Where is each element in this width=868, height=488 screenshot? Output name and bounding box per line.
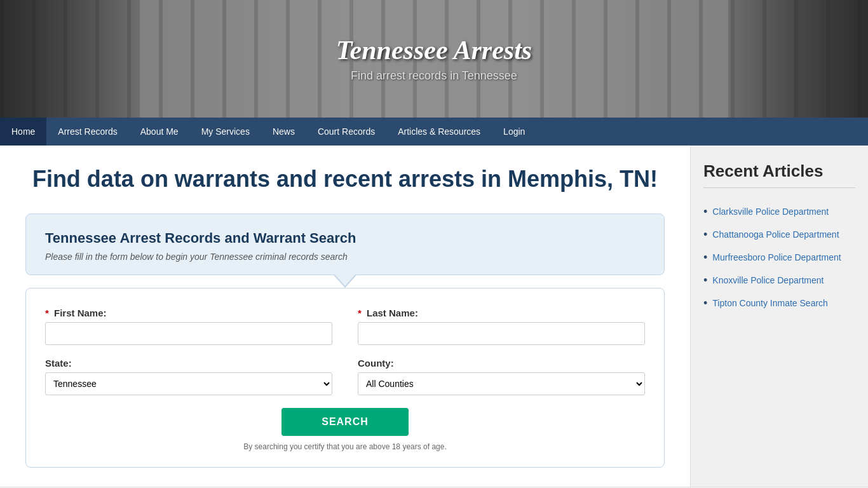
nav-item-arrest-records[interactable]: Arrest Records: [46, 118, 128, 146]
search-box-pointer: [334, 275, 356, 288]
nav-item-news[interactable]: News: [261, 118, 306, 146]
nav-item-services[interactable]: My Services: [190, 118, 261, 146]
last-name-group: * Last Name:: [358, 308, 645, 345]
site-title: Tennessee Arrests: [336, 35, 532, 65]
form-row-location: State: Tennessee County: All Counties: [45, 358, 645, 395]
list-item: • Tipton County Inmate Search: [703, 292, 855, 315]
search-box-title: Tennessee Arrest Records and Warrant Sea…: [45, 230, 645, 247]
main-navigation: Home Arrest Records About Me My Services…: [0, 118, 868, 146]
county-group: County: All Counties: [358, 358, 645, 395]
list-item: • Murfreesboro Police Department: [703, 247, 855, 269]
bullet-icon: •: [703, 228, 707, 241]
nav-item-about-me[interactable]: About Me: [129, 118, 190, 146]
first-name-input[interactable]: [45, 322, 332, 345]
hero-content: Tennessee Arrests Find arrest records in…: [336, 35, 532, 83]
bullet-icon: •: [703, 251, 707, 264]
state-select[interactable]: Tennessee: [45, 372, 332, 395]
search-form-area: * First Name: * Last Name: State:: [25, 288, 665, 468]
bullet-icon: •: [703, 297, 707, 310]
search-button[interactable]: SEARCH: [281, 408, 409, 436]
sidebar-title: Recent Articles: [703, 161, 855, 188]
sidebar-link-knoxville[interactable]: Knoxville Police Department: [712, 274, 824, 287]
site-subtitle: Find arrest records in Tennessee: [336, 69, 532, 83]
list-item: • Chattanooga Police Department: [703, 224, 855, 247]
hero-section: Tennessee Arrests Find arrest records in…: [0, 0, 868, 118]
page-title: Find data on warrants and recent arrests…: [25, 165, 665, 194]
recent-articles-list: • Clarksville Police Department • Chatta…: [703, 201, 855, 315]
first-name-group: * First Name:: [45, 308, 332, 345]
required-star-last: *: [358, 308, 362, 318]
required-star-first: *: [45, 308, 49, 318]
content-area: Find data on warrants and recent arrests…: [0, 146, 690, 487]
county-select[interactable]: All Counties: [358, 372, 645, 395]
first-name-label: * First Name:: [45, 308, 332, 318]
main-container: Find data on warrants and recent arrests…: [0, 146, 868, 487]
nav-item-login[interactable]: Login: [492, 118, 536, 146]
search-box-header: Tennessee Arrest Records and Warrant Sea…: [25, 214, 665, 275]
bullet-icon: •: [703, 205, 707, 219]
disclaimer-text: By searching you certify that you are ab…: [45, 442, 645, 451]
search-box-subtitle: Please fill in the form below to begin y…: [45, 252, 645, 262]
last-name-label: * Last Name:: [358, 308, 645, 318]
sidebar-link-clarksville[interactable]: Clarksville Police Department: [712, 206, 829, 219]
list-item: • Clarksville Police Department: [703, 201, 855, 224]
county-label: County:: [358, 358, 645, 369]
sidebar-link-tipton[interactable]: Tipton County Inmate Search: [712, 297, 828, 310]
nav-item-court-records[interactable]: Court Records: [306, 118, 386, 146]
list-item: • Knoxville Police Department: [703, 269, 855, 292]
sidebar: Recent Articles • Clarksville Police Dep…: [690, 146, 868, 487]
bullet-icon: •: [703, 274, 707, 287]
form-row-name: * First Name: * Last Name:: [45, 308, 645, 345]
sidebar-link-chattanooga[interactable]: Chattanooga Police Department: [712, 229, 839, 241]
sidebar-link-murfreesboro[interactable]: Murfreesboro Police Department: [712, 252, 841, 264]
state-label: State:: [45, 358, 332, 369]
nav-item-articles[interactable]: Articles & Resources: [386, 118, 492, 146]
state-group: State: Tennessee: [45, 358, 332, 395]
last-name-input[interactable]: [358, 322, 645, 345]
nav-item-home[interactable]: Home: [0, 118, 46, 146]
